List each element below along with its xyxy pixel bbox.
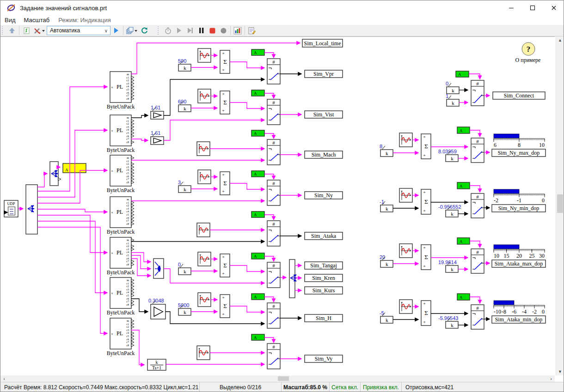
- wire[interactable]: [164, 120, 264, 140]
- wire[interactable]: [264, 297, 274, 302]
- block-caption: ByteUnPack: [107, 103, 135, 110]
- wire[interactable]: [131, 330, 144, 365]
- wire-demux-to-byteunpack[interactable]: [37, 209, 107, 212]
- scroll-up-arrow-icon[interactable]: ▲: [556, 36, 564, 44]
- script-button[interactable]: [21, 25, 32, 36]
- pages-button[interactable]: [125, 25, 139, 36]
- unconnected-pin-icon: [131, 338, 134, 341]
- wire[interactable]: [230, 306, 264, 312]
- block-label: +: [423, 245, 426, 250]
- signal-name: Sim_Vpr: [313, 71, 334, 77]
- block-label: A: [254, 335, 257, 340]
- toolbar-grip[interactable]: [158, 26, 160, 35]
- vertical-scroll-thumb[interactable]: [557, 194, 563, 213]
- stop-circle-icon: [220, 27, 227, 34]
- demux-block[interactable]: [26, 185, 37, 234]
- play-button[interactable]: [173, 25, 184, 36]
- wire[interactable]: [131, 139, 148, 140]
- pin-label: c4: [126, 128, 129, 131]
- run-script-button[interactable]: [110, 25, 122, 36]
- sync-icon: [141, 27, 148, 35]
- pin-label: m: [127, 320, 129, 322]
- wire[interactable]: [264, 338, 274, 343]
- wire[interactable]: [470, 186, 480, 192]
- wire[interactable]: [230, 62, 264, 68]
- wire-demux[interactable]: [37, 174, 47, 187]
- sync-button[interactable]: [139, 25, 150, 36]
- wire[interactable]: [264, 93, 274, 98]
- signal-name: Sim_Kren: [312, 275, 335, 281]
- close-button[interactable]: [543, 0, 564, 15]
- wire-demux-to-byteunpack[interactable]: [37, 227, 107, 333]
- status-grid[interactable]: Сетка вкл.: [330, 382, 361, 392]
- block-label: k: [184, 309, 186, 315]
- wire[interactable]: [470, 297, 480, 303]
- halt-button[interactable]: [218, 25, 229, 36]
- wire[interactable]: [469, 74, 480, 79]
- block-label: Ts+1: [152, 365, 161, 370]
- scroll-down-arrow-icon[interactable]: ▼: [556, 368, 564, 375]
- tools-button[interactable]: [32, 25, 47, 36]
- stop-button[interactable]: [207, 25, 218, 36]
- block-label: x: [111, 169, 113, 172]
- wire-demux-to-byteunpack[interactable]: [37, 87, 107, 191]
- wire[interactable]: [230, 103, 264, 109]
- scroll-right-arrow-icon[interactable]: ›: [547, 375, 555, 382]
- shape-line: [448, 83, 451, 86]
- step-button[interactable]: [184, 25, 196, 36]
- wire-demux-to-byteunpack[interactable]: [37, 170, 107, 203]
- pin-label: c6: [126, 175, 129, 178]
- window-title: Задание значений сигналов.prt: [20, 5, 107, 12]
- script-icon: [23, 27, 31, 35]
- menu-masshtab[interactable]: Масштаб: [20, 16, 54, 24]
- wire[interactable]: [230, 183, 264, 189]
- wire[interactable]: [264, 174, 274, 179]
- pin-label: c1: [126, 160, 129, 163]
- schematic-canvas[interactable]: UDPAxPLmc1c2c3c4c5c6c7c8ByteUnPackxPLmc1…: [0, 36, 555, 375]
- wire[interactable]: [264, 133, 274, 139]
- step-forward-icon: [187, 27, 194, 34]
- scroll-left-arrow-icon[interactable]: ‹: [0, 375, 8, 382]
- wire[interactable]: [470, 241, 480, 247]
- block-label: #: [272, 100, 275, 105]
- charts-button[interactable]: [232, 25, 243, 36]
- pin-label: c6: [126, 257, 129, 260]
- run-icon: [113, 27, 119, 34]
- wire[interactable]: [264, 53, 274, 58]
- wire[interactable]: [264, 215, 274, 220]
- script-combobox[interactable]: Автоматика ∨: [47, 26, 110, 35]
- gauge-tick-label: -8: [502, 308, 506, 315]
- wire[interactable]: [131, 253, 151, 262]
- unconnected-pin-icon: [131, 132, 134, 134]
- minimize-button[interactable]: [501, 0, 522, 15]
- status-snap[interactable]: Привязка вкл.: [361, 382, 402, 392]
- vertical-scrollbar[interactable]: ▲ ▼: [556, 36, 564, 375]
- parameter-value: 5000: [178, 302, 189, 308]
- block-label: k: [451, 266, 454, 272]
- horizontal-scroll-thumb[interactable]: [278, 376, 289, 381]
- wire[interactable]: [131, 115, 148, 118]
- pin-label: c4: [126, 210, 129, 213]
- wire[interactable]: [470, 130, 480, 137]
- up-level-button[interactable]: [6, 25, 18, 36]
- block-caption: ByteUnPack: [107, 309, 135, 316]
- log-button[interactable]: [246, 25, 257, 36]
- pin-label: c1: [126, 76, 129, 79]
- status-draw: Отрисовка,мс=421: [402, 382, 564, 392]
- block-label: PL: [116, 167, 123, 174]
- wire-demux-to-byteunpack[interactable]: [37, 221, 107, 293]
- menu-vid[interactable]: Вид: [0, 16, 20, 24]
- timer-button[interactable]: [162, 25, 173, 36]
- block-label: +: [222, 108, 225, 113]
- pin-label: c1: [126, 282, 129, 285]
- gauge-tick-label: -1: [517, 197, 521, 204]
- wire-demux-to-byteunpack[interactable]: [37, 215, 107, 253]
- wire[interactable]: [264, 256, 274, 261]
- block-label: +: [423, 190, 426, 195]
- unconnected-pin-icon: [131, 248, 134, 251]
- wire[interactable]: [230, 265, 264, 271]
- maximize-button[interactable]: [522, 0, 543, 15]
- horizontal-scrollbar[interactable]: ‹ ›: [0, 375, 555, 382]
- pause-button[interactable]: [196, 25, 207, 36]
- toolbar-grip[interactable]: [2, 26, 5, 35]
